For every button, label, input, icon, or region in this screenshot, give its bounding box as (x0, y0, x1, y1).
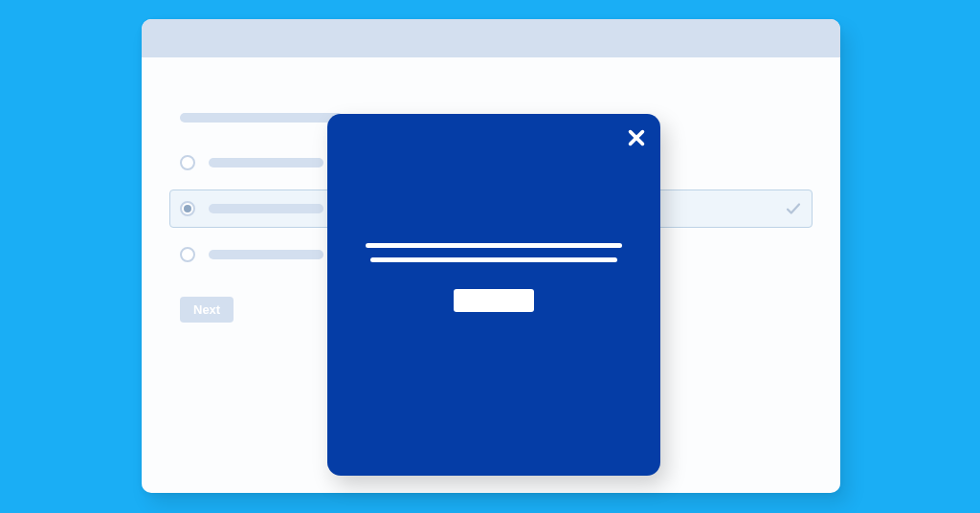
modal-dialog (327, 114, 660, 476)
option-label-placeholder (209, 250, 323, 259)
radio-icon[interactable] (180, 247, 195, 262)
option-label-placeholder (209, 158, 323, 167)
modal-primary-button[interactable] (454, 289, 534, 312)
radio-icon[interactable] (180, 201, 195, 216)
close-icon[interactable] (626, 127, 647, 148)
modal-body (366, 243, 622, 312)
radio-selected-dot-icon (184, 205, 191, 212)
next-button[interactable]: Next (180, 297, 234, 323)
checkmark-icon (785, 200, 802, 217)
option-label-placeholder (209, 204, 323, 213)
titlebar (142, 19, 840, 57)
radio-icon[interactable] (180, 155, 195, 170)
modal-text-line-placeholder (366, 243, 622, 248)
modal-text-line-placeholder (370, 257, 616, 262)
form-heading-placeholder (180, 113, 343, 123)
